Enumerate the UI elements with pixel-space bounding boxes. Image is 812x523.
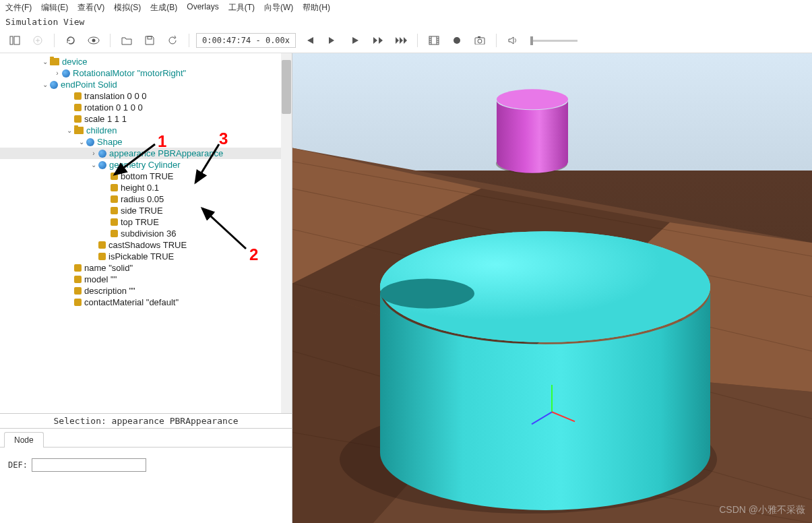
tree-node[interactable]: ⌄Shape xyxy=(0,136,292,148)
expander-icon[interactable]: ⌄ xyxy=(77,138,86,146)
sphere-icon xyxy=(50,81,58,89)
step-icon[interactable] xyxy=(323,31,342,50)
tree-node[interactable]: ›RotationalMotor "motorRight" xyxy=(0,67,292,79)
sphere-icon xyxy=(86,138,94,146)
volume-slider[interactable] xyxy=(530,40,577,42)
expander-icon[interactable]: · xyxy=(65,287,74,295)
fast-forward-icon[interactable] xyxy=(369,31,387,50)
tree-node-label: top TRUE xyxy=(121,217,159,227)
tree-node-label: RotationalMotor "motorRight" xyxy=(73,68,186,78)
node-properties-panel: Node DEF: xyxy=(0,429,292,523)
field-icon xyxy=(74,299,82,306)
eye-icon[interactable] xyxy=(84,31,103,50)
watermark: CSDN @小雅不采薇 xyxy=(719,504,805,516)
tree-node[interactable]: ·scale 1 1 1 xyxy=(0,113,292,125)
tree-scrollbar[interactable] xyxy=(281,53,292,413)
add-icon[interactable] xyxy=(28,31,47,50)
film-icon[interactable] xyxy=(425,31,443,50)
svg-point-31 xyxy=(380,278,474,308)
layout-icon[interactable] xyxy=(5,31,24,50)
tree-node[interactable]: ·castShadows TRUE xyxy=(0,239,292,251)
folder-icon xyxy=(50,58,59,65)
expander-icon[interactable]: · xyxy=(101,184,111,191)
open-icon[interactable] xyxy=(117,31,136,50)
svg-rect-0 xyxy=(10,36,13,44)
tree-node[interactable]: ·radius 0.05 xyxy=(0,193,292,205)
menu-overlays[interactable]: Overlays xyxy=(187,2,218,13)
field-icon xyxy=(74,92,82,100)
menu-help[interactable]: 帮助(H) xyxy=(303,2,330,13)
tree-node[interactable]: ⌄device xyxy=(0,56,292,67)
tree-node[interactable]: ·model "" xyxy=(0,274,292,285)
def-input[interactable] xyxy=(32,458,146,472)
menu-file[interactable]: 文件(F) xyxy=(5,2,32,13)
tree-node-label: isPickable TRUE xyxy=(108,251,174,262)
tree-node-label: bottom TRUE xyxy=(121,171,174,181)
tree-node[interactable]: ⌄endPoint Solid xyxy=(0,79,292,90)
expander-icon[interactable]: · xyxy=(65,276,74,283)
tree-node[interactable]: ·name "solid" xyxy=(0,262,292,274)
tree-node[interactable]: ·description "" xyxy=(0,285,292,297)
expander-icon[interactable]: › xyxy=(89,150,98,157)
tree-node-label: rotation 0 1 0 0 xyxy=(84,102,143,113)
menu-tools[interactable]: 工具(T) xyxy=(228,2,255,13)
def-label: DEF: xyxy=(8,460,28,470)
scene-tree[interactable]: ⌄device›RotationalMotor "motorRight"⌄end… xyxy=(0,53,292,311)
expander-icon[interactable]: ⌄ xyxy=(40,58,50,65)
expander-icon[interactable]: ⌄ xyxy=(89,161,98,168)
field-icon xyxy=(98,241,106,249)
expander-icon[interactable]: ⌄ xyxy=(65,127,74,134)
tree-node[interactable]: ·top TRUE xyxy=(0,216,292,228)
play-icon[interactable] xyxy=(346,31,365,50)
expander-icon[interactable]: · xyxy=(65,104,74,111)
tree-node[interactable]: ·bottom TRUE xyxy=(0,171,292,182)
expander-icon[interactable]: › xyxy=(53,69,62,77)
field-icon xyxy=(111,173,118,180)
menu-wizard[interactable]: 向导(W) xyxy=(264,2,293,13)
skip-forward-icon[interactable] xyxy=(392,31,410,50)
3d-viewport[interactable]: CSDN @小雅不采薇 xyxy=(292,53,812,523)
tree-node-label: name "solid" xyxy=(84,263,133,273)
tree-node[interactable]: ·rotation 0 1 0 0 xyxy=(0,102,292,113)
tree-node-label: contactMaterial "default" xyxy=(84,297,179,307)
tree-node[interactable]: ·height 0.1 xyxy=(0,182,292,193)
expander-icon[interactable]: · xyxy=(65,264,74,272)
expander-icon[interactable]: · xyxy=(65,299,74,306)
expander-icon[interactable]: · xyxy=(65,115,74,123)
menu-bar: 文件(F) 编辑(E) 查看(V) 模拟(S) 生成(B) Overlays 工… xyxy=(0,0,812,16)
refresh-icon[interactable] xyxy=(163,31,182,50)
svg-rect-10 xyxy=(478,36,480,38)
expander-icon[interactable]: · xyxy=(101,230,111,237)
tree-node[interactable]: ·side TRUE xyxy=(0,205,292,216)
tree-node[interactable]: ⌄children xyxy=(0,125,292,136)
svg-point-4 xyxy=(92,39,96,42)
expander-icon[interactable]: · xyxy=(89,241,98,249)
skip-back-icon[interactable] xyxy=(300,31,319,50)
record-icon[interactable] xyxy=(447,31,466,50)
expander-icon[interactable]: · xyxy=(101,195,111,203)
reload-icon[interactable] xyxy=(61,31,80,50)
expander-icon[interactable]: · xyxy=(89,253,98,260)
time-display[interactable]: 0:00:47:74 - 0.00x xyxy=(196,33,296,48)
expander-icon[interactable]: · xyxy=(101,207,111,214)
expander-icon[interactable]: · xyxy=(65,92,74,100)
expander-icon[interactable]: · xyxy=(101,218,111,226)
camera-icon[interactable] xyxy=(470,31,489,50)
menu-edit[interactable]: 编辑(E) xyxy=(41,2,68,13)
tree-node[interactable]: ⌄geometry Cylinder xyxy=(0,159,292,171)
tree-node-label: translation 0 0 0 xyxy=(84,91,147,101)
tree-node[interactable]: ›appearance PBRAppearance xyxy=(0,148,292,159)
node-tab[interactable]: Node xyxy=(4,432,44,448)
tree-node[interactable]: ·contactMaterial "default" xyxy=(0,297,292,308)
tree-node[interactable]: ·translation 0 0 0 xyxy=(0,90,292,102)
save-icon[interactable] xyxy=(140,31,159,50)
expander-icon[interactable]: · xyxy=(101,173,111,180)
tree-node[interactable]: ·subdivision 36 xyxy=(0,228,292,239)
menu-view[interactable]: 查看(V) xyxy=(77,2,104,13)
volume-icon[interactable] xyxy=(503,31,522,50)
tree-node[interactable]: ·isPickable TRUE xyxy=(0,251,292,262)
expander-icon[interactable]: ⌄ xyxy=(40,81,50,88)
menu-sim[interactable]: 模拟(S) xyxy=(114,2,141,13)
sim-view-label: Simulation View xyxy=(0,16,812,28)
menu-build[interactable]: 生成(B) xyxy=(150,2,177,13)
